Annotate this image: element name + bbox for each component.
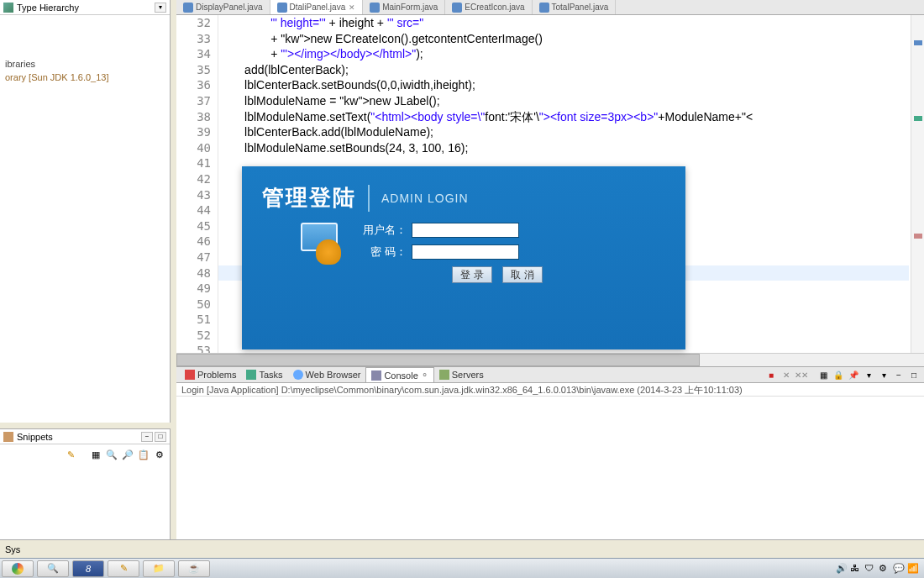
tab-pin-icon[interactable]: ⚬ <box>421 370 428 381</box>
minimize-view-button[interactable]: − <box>892 368 906 381</box>
snippet-tool-5[interactable]: 📋 <box>137 448 150 461</box>
tab-dtalipanel[interactable]: DtaliPanel.java✕ <box>270 0 364 14</box>
zoom-out-icon[interactable]: 🔎 <box>121 448 134 461</box>
editor-hscrollbar[interactable] <box>176 353 924 366</box>
taskbar-app1[interactable]: 8 <box>72 560 104 577</box>
snippet-tool-2[interactable]: ▦ <box>89 448 102 461</box>
tab-problems[interactable]: Problems <box>180 367 241 382</box>
tab-displaypanel[interactable]: DisplayPanel.java <box>176 0 270 14</box>
type-hierarchy-title: Type Hierarchy <box>17 3 79 13</box>
login-title-cn: 管理登陆 <box>262 183 356 213</box>
scroll-lock-button[interactable]: 🔒 <box>832 368 845 381</box>
editor-tabs: DisplayPanel.java DtaliPanel.java✕ MainF… <box>176 0 924 15</box>
java-file-icon <box>452 3 462 13</box>
tray-icon[interactable]: 📶 <box>907 563 919 575</box>
jre-library-node[interactable]: orary [Sun JDK 1.6.0_13] <box>5 71 165 84</box>
tab-web-browser[interactable]: Web Browser <box>288 367 366 382</box>
console-status-line: Login [Java Application] D:\myeclipse\Co… <box>176 383 924 397</box>
status-text: Sys <box>5 544 20 554</box>
maximize-icon[interactable]: □ <box>155 432 166 442</box>
taskbar-app3[interactable]: 📁 <box>143 560 175 577</box>
browser-icon <box>293 370 303 380</box>
remove-all-button[interactable]: ✕✕ <box>795 368 808 381</box>
clear-console-button[interactable]: ▦ <box>816 368 830 381</box>
ruler-mark[interactable] <box>914 116 922 121</box>
tray-icon[interactable]: 🛡 <box>864 563 876 575</box>
tab-servers[interactable]: Servers <box>434 367 489 382</box>
tray-icon[interactable]: 🖧 <box>850 563 862 575</box>
username-input[interactable] <box>412 223 519 238</box>
java-icon: ☕ <box>188 563 200 574</box>
bottom-views-tabs: Problems Tasks Web Browser Console⚬ Serv… <box>176 366 924 383</box>
terminate-button[interactable]: ■ <box>764 368 778 381</box>
admin-login-dialog: 管理登陆 ADMIN LOGIN 用户名： 密 码： 登 录 取 消 <box>242 166 685 349</box>
close-icon[interactable]: ✕ <box>349 3 355 12</box>
console-icon <box>371 370 381 381</box>
overview-ruler[interactable] <box>911 15 924 360</box>
cancel-button[interactable]: 取 消 <box>502 266 543 283</box>
status-bar: Sys <box>0 539 924 558</box>
title-divider <box>368 185 370 212</box>
login-title-en: ADMIN LOGIN <box>381 192 469 205</box>
snippets-icon <box>3 432 13 442</box>
display-selected-button[interactable]: ▾ <box>862 368 875 381</box>
pin-console-button[interactable]: 📌 <box>847 368 860 381</box>
servers-icon <box>439 370 449 380</box>
password-label: 密 码： <box>360 244 407 260</box>
minimize-icon[interactable]: − <box>141 432 153 442</box>
java-file-icon <box>183 3 193 13</box>
package-explorer-panel: Type Hierarchy ▾ ibraries orary [Sun JDK… <box>0 0 171 423</box>
chrome-icon <box>12 563 24 575</box>
app-icon: ✎ <box>120 563 128 574</box>
hscroll-thumb[interactable] <box>176 354 700 366</box>
taskbar-java[interactable]: ☕ <box>178 560 210 577</box>
tab-mainform[interactable]: MainForm.java <box>363 0 445 14</box>
type-hierarchy-header: Type Hierarchy ▾ <box>0 0 170 15</box>
tab-tasks[interactable]: Tasks <box>241 367 287 382</box>
search-icon: 🔍 <box>47 563 59 574</box>
open-console-button[interactable]: ▾ <box>877 368 890 381</box>
tab-ecreatcon[interactable]: ECreatIcon.java <box>445 0 532 14</box>
java-file-icon <box>277 3 287 13</box>
windows-taskbar: 🔍 8 ✎ 📁 ☕ 🔊 🖧 🛡 ⚙ 💬 📶 <box>0 558 924 578</box>
hierarchy-icon <box>3 3 13 13</box>
taskbar-search[interactable]: 🔍 <box>37 560 69 577</box>
zoom-in-icon[interactable]: 🔍 <box>105 448 118 461</box>
remove-launch-button[interactable]: ✕ <box>780 368 793 381</box>
snippet-tool-6[interactable]: ⚙ <box>153 448 166 461</box>
line-number-gutter: 3233343536373839404142434445464748495051… <box>176 15 218 360</box>
snippet-tool-1[interactable]: ✎ <box>64 448 77 461</box>
ruler-mark[interactable] <box>914 40 922 45</box>
ruler-mark[interactable] <box>914 234 922 239</box>
tray-icon[interactable]: 🔊 <box>836 563 848 575</box>
tab-console[interactable]: Console⚬ <box>365 367 433 382</box>
snippets-title: Snippets <box>17 432 53 442</box>
libraries-node[interactable]: ibraries <box>5 57 165 71</box>
password-input[interactable] <box>412 244 519 260</box>
app-icon: 8 <box>86 564 91 574</box>
snippets-panel: Snippets − □ ✎ ▦ 🔍 🔎 📋 ⚙ <box>0 428 171 539</box>
maximize-view-button[interactable]: □ <box>907 368 921 381</box>
tray-icon[interactable]: 💬 <box>893 563 905 575</box>
java-file-icon <box>539 3 549 13</box>
console-output[interactable] <box>176 397 924 539</box>
tasks-icon <box>246 370 256 380</box>
app-icon: 📁 <box>153 563 165 574</box>
username-label: 用户名： <box>360 223 407 238</box>
tab-totalpanel[interactable]: TotalPanel.java <box>533 0 617 14</box>
login-avatar-icon <box>301 223 348 270</box>
java-file-icon <box>370 3 380 13</box>
taskbar-app2[interactable]: ✎ <box>108 560 139 577</box>
problems-icon <box>185 370 195 380</box>
view-menu-icon[interactable]: ▾ <box>155 3 166 13</box>
login-button[interactable]: 登 录 <box>452 266 492 283</box>
taskbar-chrome[interactable] <box>2 560 34 577</box>
tray-icon[interactable]: ⚙ <box>879 563 890 575</box>
